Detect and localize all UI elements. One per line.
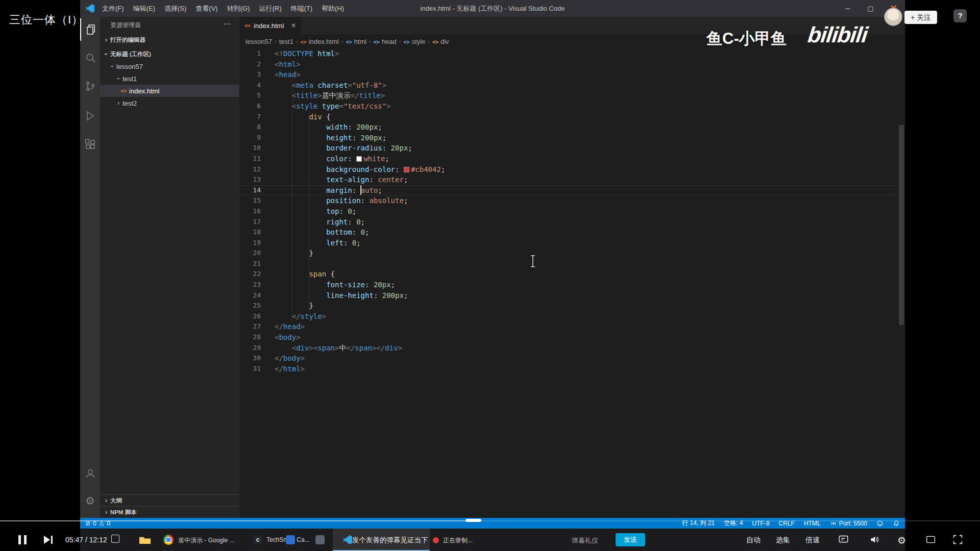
code-line[interactable]: 1<!DOCTYPE html> — [239, 48, 898, 59]
breadcrumb-item-test1[interactable]: test1 — [279, 38, 293, 45]
player-settings-icon[interactable]: ⚙ — [897, 535, 906, 546]
app-icon-camera[interactable] — [286, 535, 295, 544]
breadcrumb-item-style[interactable]: <>style — [403, 38, 425, 45]
code-line[interactable]: 17 right: 0; — [239, 217, 898, 228]
editor-scrollbar[interactable] — [899, 125, 904, 325]
code-line[interactable]: 29 <div><span>中</span></div> — [239, 343, 898, 354]
menubar-item[interactable]: 终端(T) — [286, 0, 317, 17]
menubar-item[interactable]: 帮助(H) — [317, 0, 349, 17]
danmaku-settings-icon[interactable] — [838, 534, 849, 545]
next-episode-button[interactable] — [44, 536, 50, 544]
chevron-right-icon: › — [102, 497, 110, 504]
code-line[interactable]: 5 <title>居中演示</title> — [239, 90, 898, 101]
menubar-item[interactable]: 查看(V) — [191, 0, 222, 17]
explorer-item-index.html[interactable]: <>index.html — [100, 85, 239, 97]
code-line[interactable]: 10 border-radius: 20px; — [239, 143, 898, 154]
code-line[interactable]: 26 </style> — [239, 311, 898, 322]
code-line[interactable]: 30</body> — [239, 353, 898, 364]
tab-close-icon[interactable]: ✕ — [291, 22, 296, 29]
symbol-icon: <> — [346, 39, 352, 45]
file-explorer-icon[interactable] — [139, 536, 151, 544]
danmaku-etiquette-link[interactable]: 弹幕礼仪 — [572, 536, 598, 545]
code-line[interactable]: 13 text-align: center; — [239, 174, 898, 185]
menubar-item[interactable]: 编辑(E) — [129, 0, 160, 17]
code-line[interactable]: 4 <meta charset="utf-8"> — [239, 80, 898, 91]
code-line[interactable]: 11 color: white; — [239, 154, 898, 164]
code-line[interactable]: 20 } — [239, 248, 898, 259]
quality-button[interactable]: 自动 — [746, 536, 761, 545]
menubar-item[interactable]: 运行(R) — [254, 0, 286, 17]
episodes-button[interactable]: 选集 — [776, 536, 790, 545]
danmaku-input[interactable]: 发个友善的弹幕见证当下 — [352, 536, 428, 545]
code-line[interactable]: 16 top: 0; — [239, 206, 898, 217]
help-button[interactable]: ? — [953, 9, 967, 22]
code-line[interactable]: 24 line-height: 200px; — [239, 290, 898, 301]
tab-index-html[interactable]: <> index.html ✕ — [239, 17, 301, 34]
app-icon-generic[interactable] — [315, 535, 325, 544]
menubar-item[interactable]: 文件(F) — [97, 0, 129, 17]
breadcrumb-item-div[interactable]: <>div — [432, 38, 449, 45]
task-view-icon[interactable] — [111, 535, 119, 543]
code-line[interactable]: 31</html> — [239, 364, 898, 374]
explorer-item-test1[interactable]: ›test1 — [100, 72, 239, 85]
explorer-item-lesson57[interactable]: ›lesson57 — [100, 60, 239, 72]
workspace-section[interactable]: › 无标题 (工作区) — [100, 48, 239, 60]
code-line[interactable]: 15 position: absolute; — [239, 195, 898, 206]
breadcrumb-item-lesson57[interactable]: lesson57 — [246, 38, 272, 45]
menubar-item[interactable]: 转到(G) — [223, 0, 255, 17]
symbol-icon: <> — [301, 39, 307, 45]
line-number: 23 — [239, 280, 261, 290]
code-line[interactable]: 27</head> — [239, 321, 898, 332]
more-actions-icon[interactable]: ⋯ — [223, 19, 231, 29]
code-line[interactable]: 6 <style type="text/css"> — [239, 101, 898, 112]
code-line[interactable]: 25 } — [239, 300, 898, 311]
taskbar-chrome-label[interactable]: 居中演示 - Google ... — [178, 536, 235, 545]
breadcrumb-item-html[interactable]: <>html — [346, 38, 367, 45]
techsmith-icon[interactable]: c — [253, 535, 262, 544]
chrome-icon[interactable] — [163, 535, 174, 545]
outline-section[interactable]: › 大纲 — [100, 494, 239, 506]
menubar: 文件(F)编辑(E)选择(S)查看(V)转到(G)运行(R)终端(T)帮助(H) — [97, 0, 349, 17]
code-line[interactable]: 22 span { — [239, 269, 898, 280]
minimize-button[interactable]: ─ — [836, 0, 859, 17]
code-line[interactable]: 3<head> — [239, 69, 898, 80]
account-icon[interactable] — [80, 462, 100, 485]
code-line[interactable]: 8 width: 200px; — [239, 122, 898, 133]
code-line[interactable]: 23 font-size: 20px; — [239, 280, 898, 290]
code-line[interactable]: 19 left: 0; — [239, 238, 898, 248]
code-line[interactable]: 14 margin: auto; — [239, 185, 898, 196]
open-editors-section[interactable]: › 打开的编辑器 — [100, 34, 239, 46]
follow-button[interactable]: + 关注 — [904, 11, 937, 24]
explorer-title: 资源管理器 — [100, 17, 239, 34]
menubar-item[interactable]: 选择(S) — [160, 0, 191, 17]
pause-button[interactable] — [18, 535, 27, 544]
code-line[interactable]: 21 — [239, 259, 898, 269]
taskbar-recording-label[interactable]: 正在录制... — [443, 536, 473, 545]
extensions-icon[interactable] — [80, 133, 100, 156]
speed-button[interactable]: 倍速 — [805, 536, 820, 545]
video-progress-handle[interactable] — [465, 519, 481, 522]
code-line[interactable]: 28<body> — [239, 332, 898, 343]
maximize-button[interactable]: ▢ — [859, 0, 882, 17]
code-line[interactable]: 2<html> — [239, 59, 898, 70]
web-fullscreen-icon[interactable] — [925, 534, 936, 545]
settings-gear-icon[interactable]: ⚙ — [80, 490, 100, 512]
volume-icon[interactable] — [869, 534, 880, 545]
breadcrumb-item-index.html[interactable]: <>index.html — [301, 38, 339, 45]
line-number: 14 — [239, 185, 261, 196]
source-control-icon[interactable] — [80, 75, 100, 97]
code-line[interactable]: 7 div { — [239, 112, 898, 122]
search-icon[interactable] — [80, 46, 100, 69]
code-line[interactable]: 12 background-color: #cb4042; — [239, 164, 898, 175]
danmaku-send-button[interactable]: 发送 — [616, 533, 645, 546]
code-line[interactable]: 18 bottom: 0; — [239, 227, 898, 238]
fullscreen-icon[interactable] — [952, 534, 963, 545]
chevron-right-icon: › — [102, 36, 110, 43]
npm-scripts-section[interactable]: › NPM 脚本 — [100, 506, 239, 518]
explorer-item-test2[interactable]: ›test2 — [100, 97, 239, 109]
uploader-avatar[interactable] — [884, 8, 902, 26]
breadcrumb-item-head[interactable]: <>head — [374, 38, 397, 45]
code-editor[interactable]: 1<!DOCTYPE html>2<html>3<head>4 <meta ch… — [239, 48, 898, 374]
code-line[interactable]: 9 height: 200px; — [239, 133, 898, 143]
run-debug-icon[interactable] — [80, 105, 100, 127]
